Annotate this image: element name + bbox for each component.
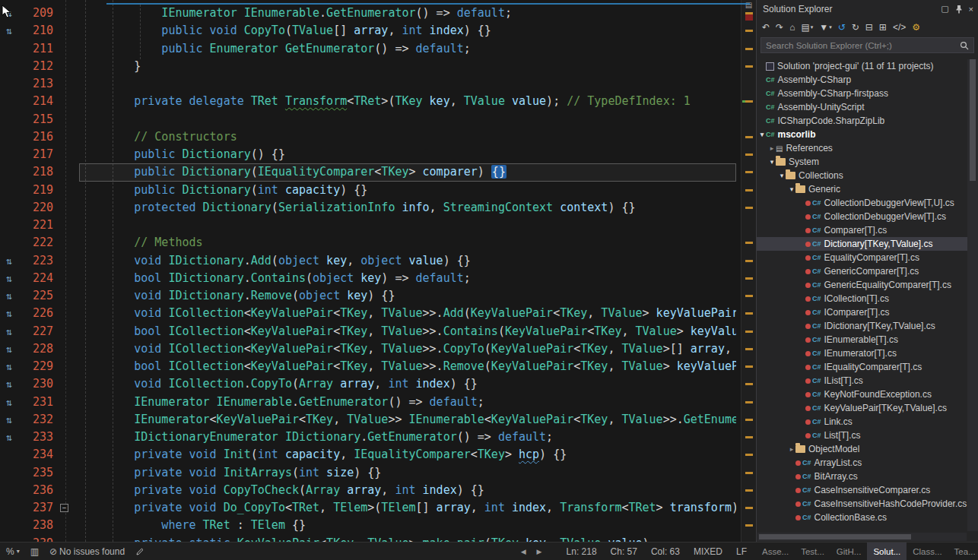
sync-with-active-document-icon[interactable]: ↺: [838, 22, 846, 33]
properties-icon[interactable]: ⚙: [912, 22, 920, 33]
glyph-margin[interactable]: ⇅: [0, 429, 18, 446]
editor-line[interactable]: 213: [0, 75, 756, 93]
editor-line[interactable]: ⇅230void ICollection.CopyTo(Array array,…: [0, 375, 756, 393]
show-all-files-icon[interactable]: ⊞: [879, 22, 887, 33]
tree-item[interactable]: C#IEqualityComparer[T].cs: [757, 360, 967, 374]
tree-vertical-scrollbar[interactable]: [967, 59, 978, 531]
overview-ruler[interactable]: ▤: [741, 0, 756, 542]
glyph-margin[interactable]: ⇅: [0, 323, 18, 340]
editor-line[interactable]: 217public Dictionary() {}: [0, 146, 756, 163]
cursor-char-indicator[interactable]: Ch: 57: [611, 546, 637, 557]
line-number[interactable]: 231: [18, 394, 58, 411]
tree-item[interactable]: C#Comparer[T].cs: [757, 223, 967, 237]
tool-window-tab[interactable]: Solut...: [867, 543, 907, 560]
glyph-margin[interactable]: [0, 517, 18, 534]
glyph-margin[interactable]: [0, 40, 18, 58]
pen-icon[interactable]: [135, 547, 144, 556]
code-view-icon[interactable]: </>: [893, 22, 906, 33]
glyph-margin[interactable]: [0, 482, 18, 499]
tree-item[interactable]: C#Assembly-CSharp: [757, 73, 967, 87]
tree-item[interactable]: C#GenericComparer[T].cs: [757, 264, 967, 278]
editor-line[interactable]: 215: [0, 111, 756, 128]
line-number[interactable]: 213: [18, 75, 58, 93]
tree-item[interactable]: C#GenericEqualityComparer[T].cs: [757, 278, 967, 292]
tree-item[interactable]: C#ICSharpCode.SharpZipLib: [757, 114, 967, 128]
editor-line[interactable]: 236private void CopyToCheck(Array array,…: [0, 482, 756, 499]
tool-window-tab[interactable]: Asse...: [756, 543, 795, 560]
tree-item[interactable]: C#Assembly-UnityScript: [757, 100, 967, 114]
editor-line[interactable]: 212}: [0, 58, 756, 75]
glyph-margin[interactable]: [0, 111, 18, 128]
eol-indicator[interactable]: LF: [736, 546, 747, 557]
line-number[interactable]: 214: [18, 93, 58, 110]
editor-line[interactable]: 238where TRet : TElem {}: [0, 517, 756, 534]
line-number[interactable]: 215: [18, 111, 58, 128]
tree-item[interactable]: C#CollectionBase.cs: [757, 511, 967, 524]
editor-line[interactable]: ⇅231IEnumerator IEnumerable.GetEnumerato…: [0, 394, 756, 411]
tree-item[interactable]: C#IDictionary[TKey,TValue].cs: [757, 319, 967, 333]
nav-next-icon[interactable]: ▶: [537, 548, 542, 555]
tree-item[interactable]: ▾C#mscorlib: [757, 128, 967, 141]
glyph-margin[interactable]: [0, 182, 18, 199]
cursor-col-indicator[interactable]: Col: 63: [651, 546, 680, 557]
line-number[interactable]: 227: [18, 323, 58, 340]
editor-line[interactable]: ⇅223void IDictionary.Add(object key, obj…: [0, 252, 756, 270]
editor-line[interactable]: ⇅224bool IDictionary.Contains(object key…: [0, 270, 756, 287]
glyph-margin[interactable]: ⇅: [0, 340, 18, 358]
tree-horizontal-scrollbar[interactable]: [757, 533, 967, 541]
scrollbar-thumb[interactable]: [970, 59, 976, 181]
line-number[interactable]: 233: [18, 429, 58, 446]
tree-item[interactable]: C#CollectionDebuggerView[T,U].cs: [757, 196, 967, 210]
tree-item[interactable]: C#CaseInsensitiveHashCodeProvider.cs: [757, 497, 967, 511]
close-icon[interactable]: ×: [969, 5, 973, 14]
tree-item[interactable]: C#KeyValuePair[TKey,TValue].cs: [757, 401, 967, 415]
tree-item[interactable]: C#CollectionDebuggerView[T].cs: [757, 210, 967, 223]
tree-item[interactable]: C#EqualityComparer[T].cs: [757, 251, 967, 264]
line-number[interactable]: 211: [18, 40, 58, 58]
tool-window-tab[interactable]: GitH...: [830, 543, 868, 560]
solution-explorer-titlebar[interactable]: Solution Explorer ▢ ×: [757, 0, 978, 17]
editor-line[interactable]: ⇅228void ICollection<KeyValuePair<TKey, …: [0, 340, 756, 358]
glyph-margin[interactable]: [0, 464, 18, 482]
refresh-icon[interactable]: ↻: [852, 22, 859, 33]
expander-expanded-icon[interactable]: ▾: [788, 185, 795, 193]
line-number[interactable]: 219: [18, 182, 58, 199]
cursor-line-indicator[interactable]: Ln: 218: [567, 546, 597, 557]
editor-line[interactable]: ⇅227bool ICollection<KeyValuePair<TKey, …: [0, 323, 756, 340]
glyph-margin[interactable]: [0, 93, 18, 110]
tool-window-tab[interactable]: Class...: [907, 543, 948, 560]
editor-line[interactable]: 218public Dictionary(IEqualityComparer<T…: [0, 163, 756, 181]
editor-line[interactable]: 219public Dictionary(int capacity) {}: [0, 182, 756, 199]
line-number[interactable]: 238: [18, 517, 58, 534]
glyph-margin[interactable]: [0, 234, 18, 252]
line-number[interactable]: 234: [18, 446, 58, 464]
glyph-margin[interactable]: ⇅: [0, 358, 18, 375]
glyph-margin[interactable]: [0, 535, 18, 543]
pending-changes-filter-icon[interactable]: ▼▾: [819, 22, 831, 33]
tree-item[interactable]: C#List[T].cs: [757, 429, 967, 442]
glyph-margin[interactable]: [0, 58, 18, 75]
fold-collapse-button[interactable]: −: [60, 504, 68, 512]
editor-line[interactable]: ⇅233IDictionaryEnumerator IDictionary.Ge…: [0, 429, 756, 446]
editor-line[interactable]: ⇅225void IDictionary.Remove(object key) …: [0, 287, 756, 305]
glyph-margin[interactable]: [0, 199, 18, 217]
forward-icon[interactable]: ↷: [776, 22, 783, 33]
tree-item[interactable]: C#CaseInsensitiveComparer.cs: [757, 483, 967, 497]
tree-item[interactable]: ▸▤References: [757, 141, 967, 155]
nav-prev-icon[interactable]: ◀: [521, 548, 526, 555]
line-number[interactable]: 222: [18, 234, 58, 252]
line-number[interactable]: 237: [18, 499, 58, 517]
switch-views-icon[interactable]: ▤▾: [801, 22, 813, 33]
split-editor-icon[interactable]: ▤: [741, 1, 756, 9]
editor-line[interactable]: 234private void Init(int capacity, IEqua…: [0, 446, 756, 464]
window-position-icon[interactable]: ▢: [941, 4, 948, 14]
line-number[interactable]: 210: [18, 22, 58, 40]
editor-line[interactable]: ⇅209IEnumerator IEnumerable.GetEnumerato…: [0, 5, 756, 22]
line-number[interactable]: 220: [18, 199, 58, 217]
glyph-margin[interactable]: [0, 75, 18, 93]
expander-expanded-icon[interactable]: ▾: [778, 172, 786, 179]
tree-item[interactable]: ▸ObjectModel: [757, 442, 967, 456]
home-icon[interactable]: ⌂: [789, 22, 795, 33]
line-ending-indicator[interactable]: MIXED: [694, 546, 722, 557]
search-icon[interactable]: [960, 41, 969, 50]
